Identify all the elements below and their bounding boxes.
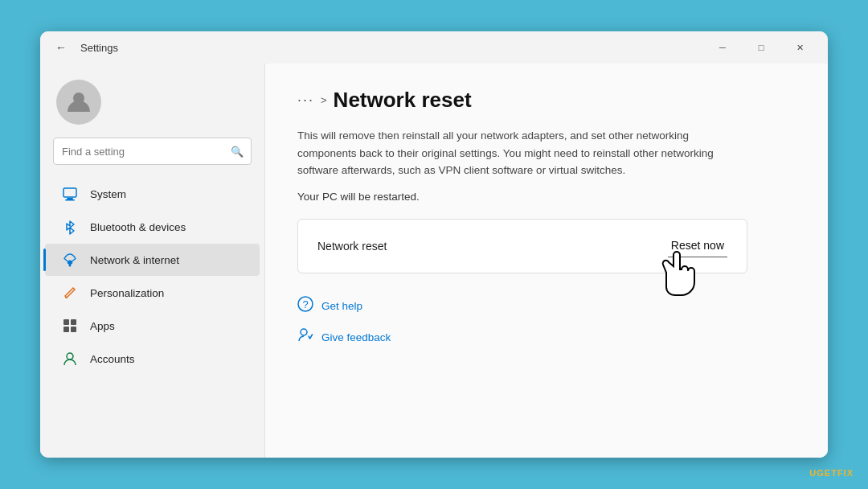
svg-rect-8 [71, 327, 76, 332]
sidebar-label-accounts: Accounts [90, 353, 135, 365]
svg-point-12 [301, 329, 307, 335]
give-feedback-link[interactable]: Give feedback [297, 327, 796, 347]
svg-rect-6 [71, 319, 76, 325]
sidebar-item-accounts[interactable]: Accounts [45, 343, 260, 375]
sidebar-label-personalization: Personalization [90, 287, 164, 299]
sidebar-item-bluetooth[interactable]: Bluetooth & devices [45, 211, 260, 243]
get-help-link[interactable]: ? Get help [297, 296, 796, 316]
accounts-icon [61, 350, 79, 368]
nav-list: System Bluetooth & devices Network & int… [40, 178, 264, 375]
sidebar-item-apps[interactable]: Apps [45, 310, 260, 342]
reset-card: Network reset Reset now [297, 219, 747, 273]
search-input[interactable] [53, 138, 252, 165]
network-icon [61, 251, 79, 269]
main-content: ··· > Network reset This will remove the… [265, 64, 828, 458]
sidebar-item-personalization[interactable]: Personalization [45, 277, 260, 309]
window-title: Settings [80, 42, 118, 54]
title-bar-left: ← Settings [50, 36, 704, 59]
links-section: ? Get help Give feedback [297, 296, 796, 347]
svg-rect-5 [63, 319, 69, 325]
window-controls: ─ □ ✕ [704, 35, 818, 60]
svg-rect-7 [63, 327, 69, 332]
reset-now-button[interactable]: Reset now [668, 234, 727, 257]
svg-rect-3 [65, 199, 75, 201]
sidebar-label-bluetooth: Bluetooth & devices [90, 221, 186, 233]
svg-point-4 [69, 265, 72, 267]
watermark: UGETFIX [809, 468, 854, 478]
breadcrumb: ··· > Network reset [297, 88, 796, 113]
svg-rect-2 [67, 198, 73, 199]
svg-point-9 [67, 353, 73, 360]
get-help-icon: ? [297, 296, 313, 316]
get-help-label: Get help [321, 300, 362, 312]
apps-icon [61, 317, 79, 335]
breadcrumb-dots: ··· [297, 92, 314, 109]
watermark-prefix: UG [809, 468, 825, 478]
system-icon [61, 185, 79, 203]
reset-card-wrapper: Network reset Reset now [297, 219, 747, 273]
sidebar-item-network[interactable]: Network & internet [45, 244, 260, 276]
give-feedback-label: Give feedback [321, 331, 391, 343]
search-icon: 🔍 [231, 146, 244, 158]
sidebar-item-system[interactable]: System [45, 178, 260, 210]
reset-card-label: Network reset [317, 240, 387, 253]
avatar-section [40, 72, 264, 138]
sidebar-label-system: System [90, 188, 126, 200]
back-button[interactable]: ← [50, 36, 72, 59]
svg-text:?: ? [302, 298, 308, 310]
watermark-suffix: FIX [837, 468, 854, 478]
sidebar-label-network: Network & internet [90, 254, 179, 266]
watermark-highlight: ET [825, 468, 837, 478]
personalization-icon [61, 284, 79, 302]
page-title: Network reset [334, 88, 472, 113]
minimize-button[interactable]: ─ [704, 35, 741, 60]
title-bar: ← Settings ─ □ ✕ [40, 31, 828, 64]
give-feedback-icon [297, 327, 313, 347]
content-area: 🔍 System Bluetooth & devices Network & i… [40, 64, 828, 458]
close-button[interactable]: ✕ [781, 35, 818, 60]
restart-note: Your PC will be restarted. [297, 191, 796, 203]
sidebar: 🔍 System Bluetooth & devices Network & i… [40, 64, 265, 458]
breadcrumb-separator: > [321, 94, 327, 106]
bluetooth-icon [61, 218, 79, 236]
settings-window: ← Settings ─ □ ✕ 🔍 [40, 31, 828, 458]
maximize-button[interactable]: □ [743, 35, 780, 60]
avatar [56, 80, 101, 125]
sidebar-label-apps: Apps [90, 320, 115, 332]
search-box: 🔍 [53, 138, 252, 165]
description-text: This will remove then reinstall all your… [297, 127, 747, 179]
svg-rect-1 [63, 188, 76, 197]
